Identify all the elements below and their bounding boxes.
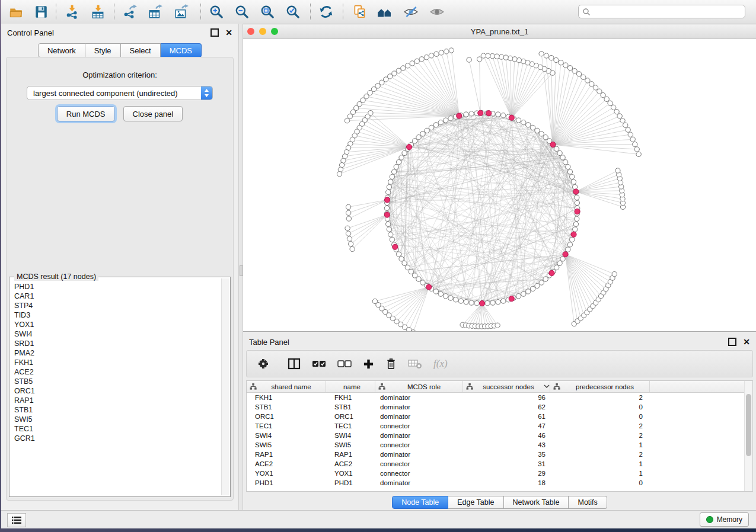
network-node[interactable] <box>543 134 548 139</box>
network-node[interactable] <box>608 101 613 105</box>
zoom-out-button[interactable] <box>232 2 252 21</box>
network-node[interactable] <box>420 132 425 136</box>
export-image-button[interactable] <box>171 2 192 21</box>
network-node[interactable] <box>386 222 391 226</box>
network-node[interactable] <box>469 300 474 305</box>
function-builder-button[interactable]: f(x) <box>433 358 448 370</box>
mcds-result-item[interactable]: RAP1 <box>14 396 221 405</box>
mcds-result-item[interactable]: PMA2 <box>14 348 221 358</box>
tab-edge-table[interactable]: Edge Table <box>448 496 503 509</box>
apply-layout-button[interactable] <box>316 2 336 21</box>
network-node[interactable] <box>429 125 433 130</box>
network-node[interactable] <box>429 53 433 58</box>
network-node[interactable] <box>458 299 463 303</box>
network-node[interactable] <box>601 92 605 97</box>
network-node[interactable] <box>501 113 506 118</box>
network-node[interactable] <box>399 257 404 261</box>
table-row[interactable]: SWI4SWI4dominator462 <box>247 431 752 440</box>
network-node[interactable] <box>438 291 443 296</box>
memory-button[interactable]: Memory <box>700 512 749 527</box>
table-row[interactable]: FKH1FKH1dominator962 <box>247 393 752 402</box>
table-settings-button[interactable] <box>257 358 269 370</box>
tab-motifs[interactable]: Motifs <box>569 496 607 509</box>
network-node[interactable] <box>604 97 609 101</box>
first-neighbors-button[interactable] <box>375 2 395 21</box>
network-node[interactable] <box>402 150 407 155</box>
column-header-successor-nodes[interactable]: successor nodes <box>463 381 550 392</box>
network-node[interactable] <box>402 261 407 265</box>
export-table-button[interactable] <box>145 2 165 21</box>
mcds-node[interactable] <box>571 232 576 237</box>
network-node[interactable] <box>345 226 350 230</box>
network-node[interactable] <box>549 55 554 60</box>
mcds-node[interactable] <box>384 212 390 217</box>
network-node[interactable] <box>554 146 559 151</box>
network-node[interactable] <box>477 57 481 62</box>
network-node[interactable] <box>570 237 575 242</box>
network-node[interactable] <box>611 105 615 110</box>
network-node[interactable] <box>573 227 578 232</box>
mcds-node[interactable] <box>509 115 514 120</box>
network-node[interactable] <box>573 222 578 226</box>
mcds-result-item[interactable]: SWI4 <box>14 329 221 339</box>
import-table-button[interactable] <box>88 2 108 21</box>
show-columns-button[interactable] <box>288 358 301 370</box>
task-history-button[interactable] <box>7 513 26 527</box>
network-node[interactable] <box>539 280 544 285</box>
network-node[interactable] <box>626 127 630 132</box>
table-row[interactable]: RAP1RAP1dominator352 <box>247 450 752 459</box>
network-node[interactable] <box>399 155 404 160</box>
mcds-result-item[interactable]: TID3 <box>14 310 221 320</box>
network-node[interactable] <box>448 296 453 300</box>
column-header-name[interactable]: name <box>326 381 375 392</box>
mcds-node[interactable] <box>478 110 483 116</box>
network-node[interactable] <box>407 327 412 331</box>
network-node[interactable] <box>543 277 548 281</box>
network-node[interactable] <box>396 68 401 73</box>
mcds-node[interactable] <box>479 300 484 306</box>
network-node[interactable] <box>539 132 544 136</box>
tab-select[interactable]: Select <box>121 43 161 57</box>
network-node[interactable] <box>620 118 625 123</box>
network-node[interactable] <box>347 236 352 241</box>
network-node[interactable] <box>566 247 570 252</box>
network-node[interactable] <box>474 301 479 306</box>
network-node[interactable] <box>394 164 398 169</box>
network-node[interactable] <box>636 152 641 156</box>
network-node[interactable] <box>530 286 535 291</box>
network-node[interactable] <box>384 206 389 210</box>
search-input[interactable] <box>591 7 741 17</box>
network-node[interactable] <box>526 123 531 127</box>
network-node[interactable] <box>425 128 429 133</box>
network-node[interactable] <box>396 159 401 164</box>
criterion-dropdown[interactable]: largest connected component (undirected) <box>27 86 213 100</box>
network-node[interactable] <box>516 118 521 123</box>
mcds-result-item[interactable]: YOX1 <box>14 320 221 329</box>
mcds-node[interactable] <box>384 197 390 203</box>
table-scrollbar[interactable] <box>744 381 752 491</box>
table-scrollbar-thumb[interactable] <box>746 394 751 456</box>
network-node[interactable] <box>521 291 526 296</box>
network-node[interactable] <box>387 185 391 190</box>
network-node[interactable] <box>438 120 443 124</box>
network-node[interactable] <box>539 51 544 56</box>
network-node[interactable] <box>589 82 594 86</box>
network-node[interactable] <box>575 195 579 200</box>
network-node[interactable] <box>433 289 438 294</box>
show-all-button[interactable] <box>427 2 447 21</box>
network-node[interactable] <box>448 116 453 121</box>
mcds-node[interactable] <box>575 209 580 214</box>
network-node[interactable] <box>396 252 401 257</box>
network-node[interactable] <box>346 210 350 215</box>
network-node[interactable] <box>570 174 575 179</box>
network-node[interactable] <box>567 242 572 247</box>
network-node[interactable] <box>419 57 424 62</box>
mcds-result-item[interactable]: SRD1 <box>14 339 221 348</box>
network-node[interactable] <box>405 265 410 270</box>
network-node[interactable] <box>623 123 628 127</box>
mcds-node[interactable] <box>457 113 462 118</box>
network-node[interactable] <box>530 125 535 130</box>
mcds-node[interactable] <box>426 284 432 290</box>
network-node[interactable] <box>420 280 425 285</box>
network-node[interactable] <box>526 289 531 294</box>
